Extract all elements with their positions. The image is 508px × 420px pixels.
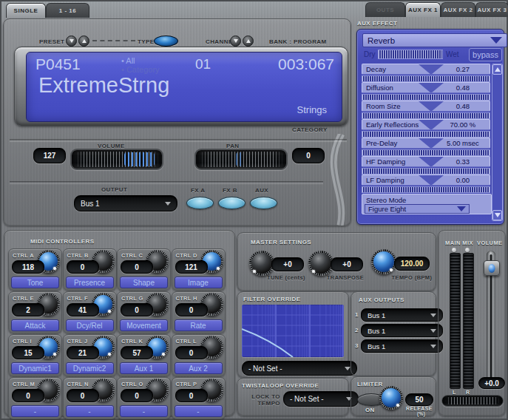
- ctrl-value[interactable]: 0: [175, 389, 208, 402]
- fx-scrollbar[interactable]: [492, 64, 503, 221]
- ctrl-value[interactable]: 0: [12, 389, 44, 402]
- ctrl-assign-label[interactable]: Movement: [120, 319, 168, 331]
- ctrl-value[interactable]: 21: [67, 346, 99, 359]
- master-knob[interactable]: [249, 251, 274, 276]
- tab-outs[interactable]: OUTS: [365, 2, 405, 17]
- scroll-up-button[interactable]: [492, 64, 502, 75]
- fx-param-slider[interactable]: [362, 131, 490, 138]
- ctrl-value[interactable]: 0: [67, 260, 99, 274]
- ctrl-assign-label[interactable]: Dynamic2: [66, 362, 114, 374]
- fx-param-slider[interactable]: [362, 75, 490, 82]
- aux-label: AUX: [255, 187, 268, 194]
- fx-param-slider[interactable]: [362, 168, 490, 175]
- filter-response-graph[interactable]: [242, 305, 344, 357]
- master-value[interactable]: +0: [271, 257, 304, 271]
- channel-volume-value[interactable]: 127: [33, 148, 66, 163]
- limiter-release-value[interactable]: 50: [405, 393, 433, 406]
- ctrl-assign-label[interactable]: -: [120, 405, 168, 417]
- twistaloop-dropdown[interactable]: - Not Set -: [283, 391, 359, 407]
- ctrl-assign-label[interactable]: Dynamic1: [11, 362, 59, 374]
- ctrl-value[interactable]: 0: [67, 389, 99, 402]
- aux-button[interactable]: [250, 197, 277, 209]
- ctrl-value[interactable]: 2: [12, 303, 44, 316]
- tab-single[interactable]: SINGLE: [6, 3, 46, 18]
- ctrl-value[interactable]: 15: [12, 346, 44, 359]
- filter-all-option[interactable]: • All: [121, 56, 135, 65]
- fx-param-slider[interactable]: [362, 112, 490, 119]
- master-value[interactable]: 120.00: [394, 257, 430, 271]
- type-label: TYPE: [138, 38, 155, 45]
- tab-aux-fx-1[interactable]: AUX FX 1: [405, 2, 441, 17]
- main-volume-fader-handle[interactable]: [484, 260, 500, 276]
- aux-outputs-panel: AUX OUTPUTS 1Bus 12Bus 13Bus 1: [350, 291, 436, 376]
- filter-override-dropdown[interactable]: - Not Set -: [242, 361, 357, 376]
- limiter-release-knob[interactable]: [379, 386, 403, 410]
- aux-out-bus-dropdown[interactable]: Bus 1: [361, 339, 443, 353]
- fx-param-row: Diffusion0.48: [362, 82, 490, 101]
- filter-override-panel: FILTER OVERRIDE - Not Set -: [237, 291, 349, 378]
- fx-param-slider[interactable]: [362, 149, 490, 156]
- ctrl-assign-label[interactable]: Tone: [11, 277, 59, 288]
- aux-out-bus-dropdown[interactable]: Bus 1: [361, 324, 443, 337]
- ctrl-value[interactable]: 118: [12, 260, 44, 274]
- meter-left: [450, 253, 461, 389]
- tab-aux-fx-3[interactable]: AUX FX 3: [475, 2, 508, 17]
- fx-param-slider[interactable]: [362, 186, 490, 193]
- fx-a-button[interactable]: [186, 197, 214, 209]
- type-led-button[interactable]: [154, 35, 178, 47]
- fx-param-name: LF Damping: [362, 176, 404, 184]
- ctrl-assign-label[interactable]: Dcy/Rel: [66, 319, 114, 331]
- knob-pointer: [253, 270, 256, 273]
- ctrl-assign-label[interactable]: Presence: [66, 277, 114, 288]
- aux-out-bus-dropdown[interactable]: Bus 1: [361, 308, 443, 322]
- output-bus-dropdown[interactable]: Bus 1: [74, 195, 177, 211]
- preset-name[interactable]: ExtremeStrng: [38, 73, 169, 98]
- master-value[interactable]: +0: [331, 257, 363, 271]
- fx-param-row: Room Size0.48: [362, 101, 490, 119]
- ctrl-value[interactable]: 0: [121, 303, 153, 316]
- tab-1-16[interactable]: 1 - 16: [46, 3, 89, 18]
- ctrl-assign-label[interactable]: -: [66, 405, 114, 417]
- ctrl-assign-label[interactable]: -: [175, 405, 223, 417]
- ctrl-value[interactable]: 41: [67, 303, 99, 316]
- channel-down-button[interactable]: [230, 35, 241, 47]
- ctrl-assign-label[interactable]: Attack: [11, 319, 59, 331]
- master-knob[interactable]: [308, 251, 333, 276]
- ctrl-assign-label[interactable]: Aux 2: [175, 362, 223, 374]
- volume-roller[interactable]: [70, 149, 163, 170]
- preset-down-button[interactable]: [66, 35, 77, 47]
- up-triangle-icon: [82, 39, 87, 43]
- preset-up-button[interactable]: [78, 35, 89, 47]
- stereo-mode-block: Stereo Mode Figure Eight: [362, 194, 492, 214]
- fx-param-value: 0.27: [436, 65, 490, 73]
- main-volume-value[interactable]: +0.0: [478, 377, 505, 389]
- ctrl-value[interactable]: 0: [121, 389, 153, 402]
- bypass-button[interactable]: bypass: [469, 48, 502, 61]
- fx-b-button[interactable]: [218, 197, 245, 209]
- ctrl-assign-label[interactable]: Shape: [120, 277, 168, 288]
- ctrl-value[interactable]: 57: [121, 346, 153, 359]
- ctrl-value[interactable]: 0: [175, 303, 208, 316]
- master-knob[interactable]: [371, 249, 396, 274]
- fx-param-slider[interactable]: [362, 94, 490, 101]
- tab-aux-fx-2[interactable]: AUX FX 2: [441, 2, 475, 17]
- scroll-down-button[interactable]: [492, 210, 502, 220]
- pan-roller[interactable]: [194, 149, 288, 170]
- ctrl-assign-label[interactable]: Aux 1: [120, 362, 168, 374]
- ctrl-value[interactable]: 0: [175, 346, 208, 359]
- ctrl-value[interactable]: 0: [121, 260, 153, 274]
- ctrl-value[interactable]: 121: [175, 260, 208, 274]
- bottom-roller[interactable]: [441, 395, 504, 407]
- stereo-mode-dropdown[interactable]: Figure Eight: [365, 204, 470, 214]
- effect-selector-dropdown[interactable]: Reverb: [362, 33, 507, 47]
- ctrl-assign-label[interactable]: Rate: [175, 319, 223, 331]
- channel-up-button[interactable]: [243, 35, 254, 47]
- ctrl-assign-label[interactable]: Image: [175, 277, 223, 288]
- ctrl-assign-label[interactable]: -: [11, 405, 59, 417]
- ctrl-id-label: CTRL D: [176, 252, 197, 259]
- fx-param-value: 0.48: [436, 102, 490, 110]
- meter-led-right: [465, 248, 470, 252]
- dry-wet-slider[interactable]: [378, 50, 443, 59]
- pan-value[interactable]: 0: [292, 148, 325, 163]
- fader-dot-icon: [489, 264, 495, 273]
